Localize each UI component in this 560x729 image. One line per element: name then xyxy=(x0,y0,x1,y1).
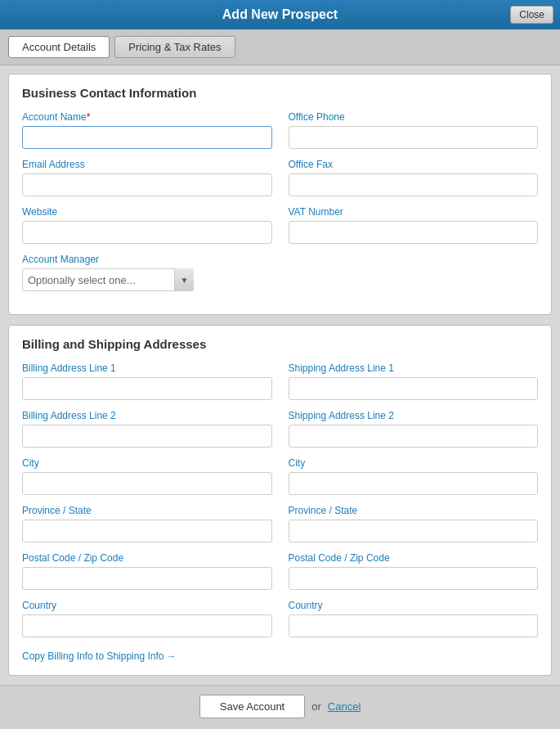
account-manager-label: Account Manager xyxy=(22,254,202,265)
copy-billing-to-shipping-link[interactable]: Copy Billing Info to Shipping Info → xyxy=(22,650,177,662)
modal-header: Add New Prospect Close xyxy=(0,0,560,29)
vat-input[interactable] xyxy=(289,221,539,244)
office-phone-input[interactable] xyxy=(289,126,539,149)
account-manager-select[interactable]: Optionally select one... xyxy=(22,268,194,291)
shipping-country-label: Country xyxy=(289,600,539,611)
col-shipping-postal: Postal Code / Zip Code xyxy=(289,552,539,590)
footer-or-text: or xyxy=(311,700,321,713)
required-asterisk: * xyxy=(87,111,91,123)
cancel-link[interactable]: Cancel xyxy=(328,700,361,713)
col-billing-province: Province / State xyxy=(22,505,272,542)
row-account-name-phone: Account Name* Office Phone xyxy=(22,111,538,149)
shipping-address2-label: Shipping Address Line 2 xyxy=(289,410,539,421)
col-shipping-province: Province / State xyxy=(289,505,539,542)
billing-country-input[interactable] xyxy=(22,614,272,637)
col-shipping-city: City xyxy=(289,457,539,495)
billing-postal-input[interactable] xyxy=(22,567,272,590)
shipping-postal-input[interactable] xyxy=(289,567,539,590)
shipping-address1-input[interactable] xyxy=(289,377,539,400)
shipping-postal-label: Postal Code / Zip Code xyxy=(289,552,539,564)
office-fax-input[interactable] xyxy=(289,173,539,196)
tab-account-details[interactable]: Account Details xyxy=(8,36,110,58)
col-billing-address2: Billing Address Line 2 xyxy=(22,410,272,448)
col-billing-postal: Postal Code / Zip Code xyxy=(22,552,272,590)
modal-title: Add New Prospect xyxy=(222,7,338,22)
col-office-phone: Office Phone xyxy=(289,111,539,149)
col-email: Email Address xyxy=(22,159,272,196)
office-fax-label: Office Fax xyxy=(289,159,539,170)
billing-address2-input[interactable] xyxy=(22,425,272,448)
col-office-fax: Office Fax xyxy=(289,159,539,196)
shipping-country-input[interactable] xyxy=(289,614,539,637)
billing-country-label: Country xyxy=(22,600,272,611)
billing-address1-input[interactable] xyxy=(22,377,272,400)
office-phone-label: Office Phone xyxy=(289,111,539,123)
row-postal: Postal Code / Zip Code Postal Code / Zip… xyxy=(22,552,538,590)
tab-pricing-tax-rates[interactable]: Pricing & Tax Rates xyxy=(114,36,235,58)
business-contact-section: Business Contact Information Account Nam… xyxy=(8,74,552,315)
col-account-name: Account Name* xyxy=(22,111,272,149)
col-billing-country: Country xyxy=(22,600,272,637)
shipping-city-label: City xyxy=(289,457,539,469)
billing-postal-label: Postal Code / Zip Code xyxy=(22,552,272,564)
billing-province-label: Province / State xyxy=(22,505,272,516)
col-billing-address1: Billing Address Line 1 xyxy=(22,362,272,400)
shipping-province-label: Province / State xyxy=(289,505,539,516)
billing-shipping-section: Billing and Shipping Addresses Billing A… xyxy=(8,325,552,676)
vat-label: VAT Number xyxy=(289,206,539,218)
row-address-line1: Billing Address Line 1 Shipping Address … xyxy=(22,362,538,400)
email-label: Email Address xyxy=(22,159,272,170)
shipping-address1-label: Shipping Address Line 1 xyxy=(289,362,539,374)
main-content: Business Contact Information Account Nam… xyxy=(0,65,560,685)
shipping-province-input[interactable] xyxy=(289,520,539,542)
billing-city-label: City xyxy=(22,457,272,469)
row-email-fax: Email Address Office Fax xyxy=(22,159,538,196)
col-shipping-address1: Shipping Address Line 1 xyxy=(289,362,539,400)
row-city: City City xyxy=(22,457,538,495)
billing-address2-label: Billing Address Line 2 xyxy=(22,410,272,421)
close-button[interactable]: Close xyxy=(510,6,553,24)
website-label: Website xyxy=(22,206,272,218)
account-manager-select-wrapper: Optionally select one... ▼ xyxy=(22,268,194,291)
row-address-line2: Billing Address Line 2 Shipping Address … xyxy=(22,410,538,448)
row-account-manager: Account Manager Optionally select one...… xyxy=(22,254,538,291)
col-shipping-address2: Shipping Address Line 2 xyxy=(289,410,539,448)
shipping-address2-input[interactable] xyxy=(289,425,539,448)
row-province: Province / State Province / State xyxy=(22,505,538,542)
billing-address1-label: Billing Address Line 1 xyxy=(22,362,272,374)
col-billing-city: City xyxy=(22,457,272,495)
business-section-title: Business Contact Information xyxy=(22,86,538,100)
billing-city-input[interactable] xyxy=(22,472,272,495)
save-account-button[interactable]: Save Account xyxy=(199,695,306,718)
col-vat: VAT Number xyxy=(289,206,539,244)
row-website-vat: Website VAT Number xyxy=(22,206,538,244)
col-account-manager: Account Manager Optionally select one...… xyxy=(22,254,202,291)
row-country: Country Country xyxy=(22,600,538,637)
shipping-city-input[interactable] xyxy=(289,472,539,495)
account-name-label: Account Name* xyxy=(22,111,272,123)
col-website: Website xyxy=(22,206,272,244)
footer: Save Account or Cancel xyxy=(0,685,560,727)
tab-bar: Account Details Pricing & Tax Rates xyxy=(0,29,560,65)
billing-section-title: Billing and Shipping Addresses xyxy=(22,337,538,351)
website-input[interactable] xyxy=(22,221,272,244)
account-name-input[interactable] xyxy=(22,126,272,149)
email-input[interactable] xyxy=(22,173,272,196)
col-shipping-country: Country xyxy=(289,600,539,637)
billing-province-input[interactable] xyxy=(22,520,272,542)
